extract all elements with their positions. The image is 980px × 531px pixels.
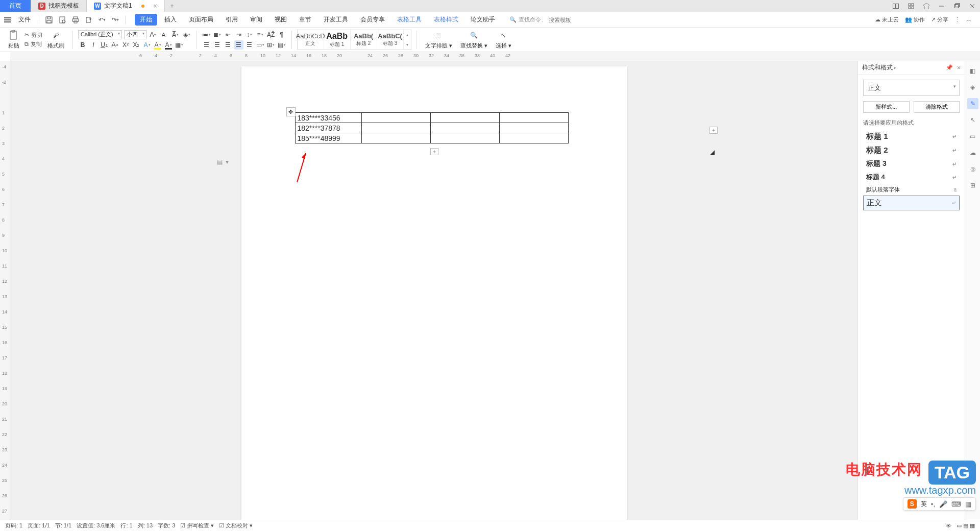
table-cell[interactable] — [430, 123, 499, 133]
ribbon-tab-layout[interactable]: 页面布局 — [184, 14, 218, 26]
align-justify-button[interactable]: ☰ — [234, 40, 243, 50]
hamburger-icon[interactable] — [3, 16, 12, 23]
new-style-button[interactable]: 新样式... — [863, 101, 910, 113]
style-entry-h2[interactable]: 标题 2↵ — [863, 143, 960, 157]
table-cell[interactable]: 182****37878 — [295, 123, 361, 133]
page[interactable]: ✥ 183****33456182****37878185****48999 ＋… — [241, 66, 627, 520]
print-icon[interactable] — [70, 14, 81, 26]
superscript-button[interactable]: X² — [121, 40, 130, 50]
current-style-select[interactable]: 正文 — [863, 80, 960, 96]
font-color-button[interactable]: A — [164, 40, 173, 50]
table-cell[interactable] — [499, 123, 568, 133]
paste-button[interactable]: 粘贴 — [5, 30, 22, 50]
ime-punct-icon[interactable]: •, — [931, 500, 935, 508]
show-marks-button[interactable]: ¶ — [277, 30, 286, 39]
strikethrough-button[interactable]: A — [110, 40, 119, 50]
search-input[interactable] — [549, 17, 610, 23]
section-icon[interactable]: ▤ — [217, 158, 223, 165]
redo-icon[interactable]: ↷▾ — [110, 14, 121, 26]
nav-pane-icon[interactable]: ◧ — [967, 65, 978, 77]
text-layout-button[interactable]: ≣ 文字排版 ▾ — [422, 30, 455, 50]
underline-button[interactable]: U — [100, 40, 109, 50]
pin-icon[interactable]: 📌 — [946, 64, 953, 71]
status-column[interactable]: 列: 13 — [138, 522, 153, 529]
vertical-ruler[interactable]: -4-2123456789101112131415161718192021222… — [0, 61, 10, 520]
subscript-button[interactable]: X₂ — [132, 40, 141, 50]
status-position[interactable]: 设置值: 3.6厘米 — [77, 522, 115, 529]
style-entry-default-font[interactable]: 默认段落字体a — [863, 184, 960, 196]
menu-more[interactable]: ⋮ — [954, 16, 960, 23]
document-scroll[interactable]: ✥ 183****33456182****37878185****48999 ＋… — [10, 61, 857, 520]
styles-pane-icon[interactable]: ✎ — [967, 98, 978, 109]
layout-switch-icon[interactable] — [888, 0, 903, 12]
style-entry-h4[interactable]: 标题 4↵ — [863, 171, 960, 184]
table-add-column-button[interactable]: ＋ — [709, 127, 718, 134]
close-tab-icon[interactable]: × — [154, 3, 157, 10]
tab-document[interactable]: W 文字文稿1 × — [87, 0, 165, 12]
ribbon-tab-paper[interactable]: 论文助手 — [465, 14, 500, 26]
table-move-handle[interactable]: ✥ — [286, 107, 296, 116]
select-pane-icon[interactable]: ↖ — [967, 114, 978, 126]
ime-keyboard-icon[interactable]: ⌨ — [951, 500, 961, 508]
table-cell[interactable] — [361, 123, 430, 133]
text-effect-button[interactable]: A — [142, 40, 152, 50]
sogou-icon[interactable]: S — [908, 499, 917, 509]
copy-button[interactable]: ⧉ 复制 — [24, 40, 42, 48]
decrease-font-button[interactable]: A- — [160, 30, 169, 39]
maximize-button[interactable] — [949, 0, 965, 12]
cut-button[interactable]: ✂ 剪切 — [24, 31, 42, 39]
command-search[interactable]: 🔍 查找命令、 — [509, 16, 610, 23]
status-line[interactable]: 行: 1 — [120, 522, 132, 529]
skin-icon[interactable] — [919, 0, 934, 12]
ribbon-tab-references[interactable]: 引用 — [220, 14, 243, 26]
sort-button[interactable]: ĄŽ — [266, 30, 276, 39]
change-case-button[interactable]: A̅ — [171, 30, 180, 39]
borders-button[interactable]: ▤ — [277, 40, 286, 50]
style-heading3[interactable]: AaBbC(标题 3 — [377, 30, 404, 50]
table-resize-handle[interactable]: ◢ — [710, 149, 715, 154]
view-modes[interactable]: ▭ ▤ ▦ — [957, 522, 975, 529]
align-left-button[interactable]: ☰ — [202, 40, 211, 50]
font-name-select[interactable]: Calibri (正文) — [78, 30, 122, 39]
ime-mic-icon[interactable]: 🎤 — [939, 500, 947, 508]
ribbon-tab-review[interactable]: 审阅 — [245, 14, 267, 26]
style-entry-h3[interactable]: 标题 3↵ — [863, 157, 960, 171]
format-painter-button[interactable]: 🖌 格式刷 — [44, 30, 67, 50]
cloud-pane-icon[interactable]: ☁ — [967, 147, 978, 158]
align-distributed-button[interactable]: ☰ — [245, 40, 254, 50]
ribbon-tab-view[interactable]: 视图 — [270, 14, 292, 26]
ribbon-tab-sections[interactable]: 章节 — [294, 14, 316, 26]
add-tab-button[interactable]: ＋ — [165, 0, 179, 12]
increase-indent-button[interactable]: ⇥ — [234, 30, 243, 39]
line-spacing-button[interactable]: ≡ — [256, 30, 265, 39]
align-center-button[interactable]: ☰ — [213, 40, 222, 50]
style-heading1[interactable]: AaBb标题 1 — [324, 30, 351, 50]
print-preview-icon[interactable] — [57, 14, 68, 26]
save-icon[interactable] — [43, 14, 55, 26]
ribbon-tab-table-tools[interactable]: 表格工具 — [392, 14, 427, 26]
paragraph-shading-button[interactable]: ▭ — [256, 40, 265, 50]
bold-button[interactable]: B — [78, 40, 87, 50]
decrease-indent-button[interactable]: ⇤ — [224, 30, 233, 39]
clear-format-button[interactable]: 清除格式 — [914, 101, 960, 113]
panel-title[interactable]: 样式和格式 — [862, 63, 896, 72]
italic-button[interactable]: I — [89, 40, 98, 50]
document-table[interactable]: 183****33456182****37878185****48999 — [295, 112, 569, 143]
ribbon-tab-insert[interactable]: 插入 — [159, 14, 182, 26]
ribbon-tab-table-style[interactable]: 表格样式 — [429, 14, 463, 26]
font-size-select[interactable]: 小四 — [124, 30, 146, 39]
table-cell[interactable] — [361, 133, 430, 143]
export-icon[interactable] — [83, 14, 94, 26]
tools-icon[interactable]: ⊞ — [967, 180, 978, 191]
file-menu[interactable]: 文件 — [14, 15, 35, 24]
ime-lang[interactable]: 英 — [921, 500, 927, 509]
table-cell[interactable]: 183****33456 — [295, 113, 361, 123]
shading-button[interactable]: ▦ — [175, 40, 184, 50]
tab-templates[interactable]: D 找稻壳模板 — [31, 0, 87, 12]
ribbon-tab-start[interactable]: 开始 — [135, 14, 157, 26]
properties-icon[interactable]: ◈ — [967, 82, 978, 93]
bookmark-icon[interactable]: ▾ — [226, 158, 229, 165]
status-spellcheck[interactable]: ☑ 拼写检查 ▾ — [180, 522, 214, 529]
ribbon-tab-developer[interactable]: 开发工具 — [318, 14, 353, 26]
find-replace-button[interactable]: 🔍 查找替换 ▾ — [457, 30, 491, 50]
